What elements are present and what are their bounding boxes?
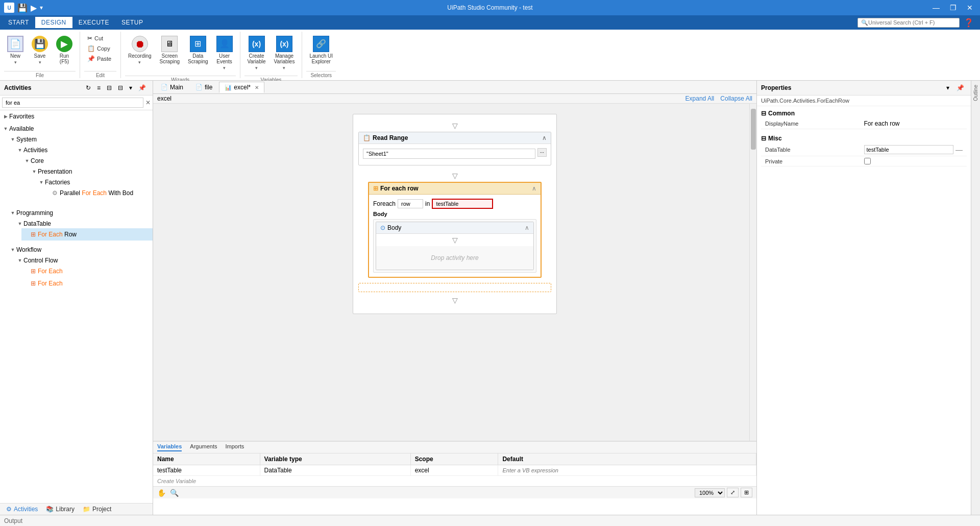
cut-button[interactable]: ✂ Cut <box>84 34 114 43</box>
properties-close-btn[interactable]: 📌 <box>954 83 967 93</box>
menu-item-execute[interactable]: EXECUTE <box>72 17 115 28</box>
datatable-minus-btn[interactable]: — <box>955 146 963 154</box>
private-checkbox[interactable] <box>864 158 871 164</box>
copy-button[interactable]: 📋 Copy <box>84 44 114 53</box>
user-events-dropdown-icon[interactable]: ▾ <box>223 65 226 70</box>
tree-item-favorites[interactable]: ▶ Favorites <box>0 110 153 123</box>
tree-item-activities[interactable]: ▼ Activities ▼ Core <box>14 144 153 205</box>
manage-variables-dropdown[interactable]: ▾ <box>283 65 285 70</box>
hand-tool-btn[interactable]: ✋ <box>157 489 166 497</box>
recording-button[interactable]: ⏺ Recording ▾ <box>125 34 155 67</box>
fit-to-screen-btn[interactable]: ⤢ <box>727 488 739 497</box>
panel-refresh-btn[interactable]: ↻ <box>83 83 93 93</box>
quick-access-more[interactable]: ▾ <box>40 4 43 11</box>
nav-activities[interactable]: ⚙ Activities <box>4 505 40 514</box>
create-variable-link[interactable]: Create Variable <box>153 476 756 486</box>
search-clear-button[interactable]: ✕ <box>145 99 151 106</box>
available-toggle[interactable]: ▼ <box>2 125 9 132</box>
tab-file[interactable]: 📄 file <box>190 82 218 93</box>
launch-explorer-button[interactable]: 🔗 Launch UIExplorer <box>306 34 336 66</box>
recording-dropdown-icon[interactable]: ▾ <box>138 60 141 65</box>
tree-item-for-each-1[interactable]: ▶ ⊞ For Each <box>21 265 153 277</box>
universal-search-input[interactable] <box>868 19 956 26</box>
outline-label[interactable]: Outline <box>973 85 978 101</box>
sheet-input[interactable] <box>363 149 535 159</box>
paste-button[interactable]: 📌 Paste <box>84 54 114 63</box>
tab-excel-close[interactable]: ✕ <box>255 85 259 90</box>
tree-item-programming[interactable]: ▼ Programming ▼ DataTable <box>7 207 153 244</box>
imports-tab[interactable]: Imports <box>226 443 244 451</box>
user-events-button[interactable]: 👤 UserEvents ▾ <box>213 34 236 73</box>
manage-variables-button[interactable]: (x) ManageVariables ▾ <box>271 34 298 73</box>
screen-scraping-button[interactable]: 🖥 ScreenScraping <box>157 34 183 66</box>
collapse-all-btn[interactable]: Collapse All <box>720 95 752 102</box>
arguments-tab[interactable]: Arguments <box>190 443 217 451</box>
search-tool-btn[interactable]: 🔍 <box>170 489 179 497</box>
activities-search-input[interactable] <box>2 98 143 108</box>
control-flow-toggle[interactable]: ▼ <box>16 257 23 264</box>
grid-view-btn[interactable]: ⊞ <box>741 488 752 497</box>
workflow-toggle[interactable]: ▼ <box>9 246 16 253</box>
save-dropdown-icon[interactable]: ▾ <box>39 60 41 65</box>
run-button[interactable]: ▶ Run(F5) <box>53 34 76 66</box>
panel-expand-btn[interactable]: ≡ <box>94 83 103 93</box>
tree-item-core[interactable]: ▼ Core ▼ Presentation <box>21 155 153 204</box>
zoom-select[interactable]: 100% 75% 50% 150% <box>695 488 725 497</box>
tree-item-workflow[interactable]: ▼ Workflow ▼ Control Flow <box>7 244 153 293</box>
panel-collapse-btn[interactable]: ⊟ <box>115 83 126 93</box>
common-section-header[interactable]: ⊟ Common <box>761 108 967 118</box>
read-range-collapse-btn[interactable]: ∧ <box>542 134 547 141</box>
nav-library[interactable]: 📚 Library <box>44 505 77 514</box>
properties-pin-btn[interactable]: ▾ <box>944 83 952 93</box>
canvas-scroll[interactable]: ▽ 📋 Read Range ∧ <box>153 104 756 324</box>
new-button[interactable]: 📄 New ▾ <box>4 34 27 67</box>
universal-search-box[interactable]: 🔍 <box>857 18 960 28</box>
tree-item-datatable[interactable]: ▼ DataTable ▶ ⊞ For Each Row <box>14 218 153 242</box>
favorites-toggle[interactable]: ▶ <box>2 113 9 120</box>
menu-item-start[interactable]: START <box>2 17 35 28</box>
save-button[interactable]: 💾 Save ▾ <box>29 34 51 67</box>
close-button[interactable]: ✕ <box>964 3 976 13</box>
quick-access-run[interactable]: ▶ <box>31 3 37 13</box>
panel-pin-btn[interactable]: 📌 <box>136 83 149 93</box>
maximize-button[interactable]: ❐ <box>947 3 960 13</box>
system-toggle[interactable]: ▼ <box>9 136 16 143</box>
activities-toggle[interactable]: ▼ <box>16 147 23 154</box>
drop-area[interactable]: Drop activity here <box>376 246 533 270</box>
menu-item-design[interactable]: DESIGN <box>35 17 72 28</box>
data-scraping-button[interactable]: ⊞ DataScraping <box>185 34 211 66</box>
for-each-collapse-btn[interactable]: ∧ <box>532 185 536 192</box>
tree-item-factories[interactable]: ▼ Factories ▶ <box>36 176 153 201</box>
help-icon[interactable]: ❓ <box>964 18 974 28</box>
minimize-button[interactable]: — <box>929 3 943 13</box>
tree-item-parallel-foreach[interactable]: ▶ ⚙ Parallel For Each With Bod <box>43 187 153 199</box>
tree-item-for-each-2[interactable]: ▶ ⊞ For Each <box>21 277 153 290</box>
expand-all-btn[interactable]: Expand All <box>685 95 715 102</box>
new-dropdown-icon[interactable]: ▾ <box>14 60 17 65</box>
table-input[interactable] <box>432 199 493 209</box>
tab-main[interactable]: 📄 Main <box>155 82 189 93</box>
create-variable-dropdown[interactable]: ▾ <box>255 65 258 70</box>
panel-menu-btn[interactable]: ▾ <box>127 83 135 93</box>
sheet-dots-btn[interactable]: ··· <box>537 148 547 157</box>
quick-access-save[interactable]: 💾 <box>17 3 28 13</box>
programming-toggle[interactable]: ▼ <box>9 209 16 217</box>
misc-section-header[interactable]: ⊟ Misc <box>761 133 967 144</box>
row-var-input[interactable] <box>398 199 423 208</box>
tree-item-presentation[interactable]: ▼ Presentation ▼ <box>29 165 153 202</box>
tree-item-for-each-row[interactable]: ▶ ⊞ For Each Row <box>21 228 153 241</box>
scrollbar-thumb[interactable] <box>751 109 756 150</box>
panel-filter-btn[interactable]: ⊟ <box>104 83 114 93</box>
inner-body-collapse-btn[interactable]: ∧ <box>525 224 529 231</box>
datatable-input[interactable] <box>864 145 954 154</box>
tree-item-system[interactable]: ▼ System ▼ Activities <box>7 133 153 207</box>
presentation-toggle[interactable]: ▼ <box>31 168 38 175</box>
create-variable-button[interactable]: (x) CreateVariable ▾ <box>244 34 269 73</box>
factories-toggle[interactable]: ▼ <box>38 179 45 186</box>
var-default-input[interactable] <box>502 467 752 473</box>
tab-excel[interactable]: 📊 excel* ✕ <box>219 82 264 93</box>
menu-item-setup[interactable]: SETUP <box>115 17 150 28</box>
variables-tab[interactable]: Variables <box>157 443 182 451</box>
datatable-toggle[interactable]: ▼ <box>16 220 23 227</box>
core-toggle[interactable]: ▼ <box>23 157 31 164</box>
